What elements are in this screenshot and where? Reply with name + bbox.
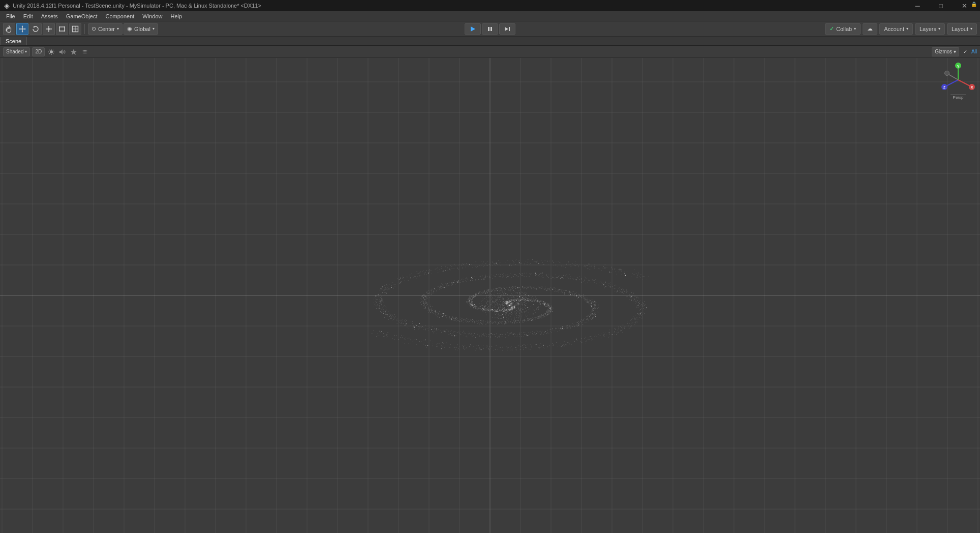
menu-file[interactable]: File xyxy=(2,12,19,20)
play-controls xyxy=(465,23,515,35)
title-bar-content: ◈ Unity 2018.4.12f1 Personal - TestScene… xyxy=(4,2,261,10)
layout-text: Layout xyxy=(952,26,968,32)
svg-marker-4 xyxy=(22,31,23,33)
scene-toolbar-all-label: ✓ xyxy=(961,49,969,54)
scale-tool-button[interactable] xyxy=(43,23,55,35)
move-tool-button[interactable] xyxy=(16,23,28,35)
global-label: Global xyxy=(134,26,150,32)
cloud-button[interactable]: ☁ xyxy=(863,23,877,35)
shade-dropdown[interactable]: Shaded ▾ xyxy=(3,47,30,56)
global-arrow-icon: ▾ xyxy=(152,26,155,31)
svg-rect-14 xyxy=(59,31,60,32)
audio-toggle-button[interactable] xyxy=(58,47,67,56)
svg-marker-33 xyxy=(59,49,63,54)
svg-line-44 xyxy=(947,74,958,80)
svg-rect-11 xyxy=(59,27,65,31)
collab-button[interactable]: ✓ Collab ▾ xyxy=(825,23,861,35)
hand-tool-button[interactable] xyxy=(3,23,15,35)
scene-toolbar-right: Gizmos ▾ ✓ All xyxy=(932,47,977,56)
layout-button[interactable]: Layout ▾ xyxy=(947,23,977,35)
all-filter-label: All xyxy=(971,49,977,54)
pivot-dropdown[interactable]: ⊙ Center ▾ xyxy=(88,23,122,35)
scene-tab[interactable]: Scene xyxy=(0,37,27,45)
scene-tab-label: Scene xyxy=(6,38,21,44)
svg-rect-20 xyxy=(488,27,489,31)
collab-check-icon: ✓ xyxy=(830,25,834,32)
gizmo-widget[interactable]: Y X Z Persp xyxy=(940,62,976,98)
svg-line-29 xyxy=(49,49,50,50)
svg-rect-10 xyxy=(48,28,50,29)
menu-component[interactable]: Component xyxy=(101,12,138,20)
title-bar: ◈ Unity 2018.4.12f1 Personal - TestScene… xyxy=(0,0,980,11)
rect-tool-button[interactable] xyxy=(56,23,68,35)
svg-text:Z: Z xyxy=(943,85,946,89)
svg-text:X: X xyxy=(971,85,973,89)
pause-button[interactable] xyxy=(482,23,498,35)
collab-arrow-icon: ▾ xyxy=(854,26,856,31)
svg-marker-34 xyxy=(71,49,77,55)
shade-arrow-icon: ▾ xyxy=(25,49,27,54)
menu-help[interactable]: Help xyxy=(166,12,186,20)
svg-marker-5 xyxy=(19,28,20,29)
collab-label: Collab xyxy=(836,26,852,32)
mode-2d-button[interactable]: 2D xyxy=(32,47,45,56)
fx-button[interactable] xyxy=(69,47,78,56)
layers-arrow-icon: ▾ xyxy=(938,26,940,31)
svg-line-38 xyxy=(958,80,971,86)
scene-lock-icon[interactable]: 🔒 xyxy=(971,2,977,7)
svg-line-30 xyxy=(53,53,53,54)
pivot-label: Center xyxy=(98,26,115,32)
account-text: Account xyxy=(884,26,904,32)
global-dropdown[interactable]: ◉ Global ▾ xyxy=(124,23,158,35)
pivot-arrow-icon: ▾ xyxy=(117,26,119,31)
scene-panel-tabs: Scene 🔒 xyxy=(0,37,980,46)
minimize-button[interactable]: ─ xyxy=(906,0,929,11)
scene-toolbar: Shaded ▾ 2D xyxy=(0,46,980,58)
mode-2d-label: 2D xyxy=(35,49,42,54)
scene-fx-button[interactable] xyxy=(80,47,89,56)
svg-line-41 xyxy=(945,80,958,86)
pivot-icon: ⊙ xyxy=(91,25,96,32)
scene-lighting-button[interactable] xyxy=(47,47,56,56)
toolbar-right: ✓ Collab ▾ ☁ Unity 2018.4.12f1 Personal … xyxy=(825,23,977,35)
svg-marker-22 xyxy=(505,27,508,31)
gizmos-dropdown[interactable]: Gizmos ▾ xyxy=(932,47,959,56)
window-controls: ─ □ ✕ xyxy=(906,0,976,11)
main-toolbar: ⊙ Center ▾ ◉ Global ▾ ✓ Collab xyxy=(0,21,980,37)
svg-point-45 xyxy=(945,71,950,76)
galaxy-canvas xyxy=(0,58,980,533)
global-icon: ◉ xyxy=(127,25,132,32)
shade-label: Shaded xyxy=(6,49,23,54)
layout-arrow-icon: ▾ xyxy=(970,26,972,31)
svg-rect-13 xyxy=(64,26,65,27)
svg-rect-21 xyxy=(491,27,492,31)
menu-gameobject[interactable]: GameObject xyxy=(62,12,102,20)
menu-assets[interactable]: Assets xyxy=(37,12,62,20)
account-arrow-icon: ▾ xyxy=(906,26,908,31)
menu-edit[interactable]: Edit xyxy=(19,12,37,20)
menu-window[interactable]: Window xyxy=(138,12,166,20)
layers-text: Layers xyxy=(920,26,936,32)
transform-tool-button[interactable] xyxy=(69,23,81,35)
svg-marker-6 xyxy=(25,28,26,29)
step-button[interactable] xyxy=(499,23,515,35)
scene-view[interactable]: Y X Z Persp xyxy=(0,58,980,533)
unity-logo-icon: ◈ xyxy=(4,2,10,10)
account-button[interactable]: Unity 2018.4.12f1 Personal - TestScene.u… xyxy=(879,23,913,35)
svg-point-24 xyxy=(50,50,53,53)
svg-text:Persp: Persp xyxy=(953,95,964,100)
svg-line-32 xyxy=(53,49,53,50)
svg-marker-3 xyxy=(22,25,23,27)
rotate-tool-button[interactable] xyxy=(29,23,42,35)
maximize-button[interactable]: □ xyxy=(929,0,953,11)
svg-rect-23 xyxy=(509,27,510,31)
svg-rect-15 xyxy=(64,31,65,32)
svg-text:Y: Y xyxy=(957,65,960,68)
layers-button[interactable]: Layers ▾ xyxy=(915,23,945,35)
svg-line-31 xyxy=(49,53,50,54)
gizmos-label: Gizmos ▾ xyxy=(935,49,956,54)
svg-rect-12 xyxy=(59,26,60,27)
play-button[interactable] xyxy=(465,23,481,35)
cloud-icon: ☁ xyxy=(867,25,873,32)
window-title: Unity 2018.4.12f1 Personal - TestScene.u… xyxy=(13,3,261,9)
